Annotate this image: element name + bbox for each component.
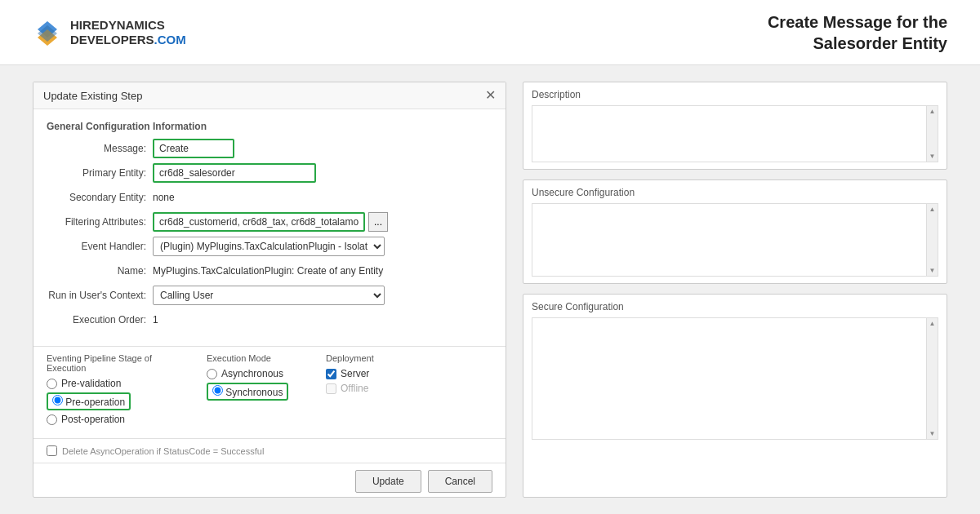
asynchronous-option: Asynchronous [207,368,313,379]
synchronous-highlight: Synchronous [207,383,288,401]
execution-order-row: Execution Order: 1 [47,310,492,330]
post-operation-label: Post-operation [61,414,125,425]
synchronous-radio[interactable] [212,385,223,396]
dialog-title-bar: Update Existing Step ✕ [33,82,506,109]
server-checkbox[interactable] [326,369,336,379]
event-handler-label: Event Handler: [47,241,153,252]
update-button[interactable]: Update [355,470,421,493]
filtering-attributes-input[interactable] [153,212,365,232]
synchronous-label: Synchronous [225,387,283,398]
offline-option: Offline [326,383,408,394]
dialog-title: Update Existing Step [43,90,142,102]
deployment-group: Deployment Server Offline [326,353,408,428]
secondary-entity-row: Secondary Entity: none [47,188,492,207]
close-button[interactable]: ✕ [485,89,496,102]
execution-mode-group: Execution Mode Asynchronous Synchronous [207,353,313,428]
asynchronous-radio[interactable] [207,369,217,379]
delete-checkbox[interactable] [47,445,57,456]
secure-scrollbar[interactable]: ▲ ▼ [926,318,938,439]
execution-mode-title: Execution Mode [207,353,313,363]
scroll-down-arrow[interactable]: ▼ [929,153,936,160]
secure-config-title: Secure Configuration [532,301,938,312]
description-title: Description [532,89,938,100]
secure-scroll-area: ▲ ▼ [532,317,938,440]
secure-config-box: Secure Configuration ▲ ▼ [523,294,947,498]
buttons-row: Update Cancel [33,463,506,499]
primary-entity-label: Primary Entity: [47,167,153,179]
description-box: Description ▲ ▼ [523,82,947,170]
name-value: MyPlugins.TaxCalculationPlugin: Create o… [153,265,383,277]
secure-scroll-up-arrow[interactable]: ▲ [929,320,936,327]
pipeline-section: Eventing Pipeline Stage of Execution Pre… [33,346,506,435]
filtering-attributes-row: Filtering Attributes: ... [47,212,492,232]
name-label: Name: [47,265,153,277]
logo-text: HIREDYNAMICS DEVELOPERS.COM [70,18,186,47]
logo-line1: HIREDYNAMICS [70,18,165,32]
header: HIREDYNAMICS DEVELOPERS.COM Create Messa… [0,0,980,65]
cancel-button[interactable]: Cancel [428,470,492,493]
server-option: Server [326,368,408,379]
secure-scroll-down-arrow[interactable]: ▼ [929,430,936,437]
unsecure-config-box: Unsecure Configuration ▲ ▼ [523,179,947,284]
delete-label: Delete AsyncOperation if StatusCode = Su… [62,446,264,456]
run-context-row: Run in User's Context: Calling User [47,286,492,305]
server-label: Server [341,368,369,379]
dialog-panel: Update Existing Step ✕ General Configura… [33,82,506,498]
post-operation-option: Post-operation [47,414,194,425]
pre-operation-option: Pre-operation [47,392,194,410]
offline-label: Offline [341,383,368,394]
page-title: Create Message for the Salesorder Entity [768,11,947,54]
right-panel: Description ▲ ▼ Unsecure Configuration ▲… [523,82,947,498]
filtering-attributes-container: ... [153,212,388,232]
message-row: Message: [47,139,492,158]
pipeline-stage-title: Eventing Pipeline Stage of Execution [47,353,194,373]
general-config-label: General Configuration Information [47,121,492,132]
asynchronous-label: Asynchronous [221,368,283,379]
unsecure-scroll-up-arrow[interactable]: ▲ [929,206,936,213]
unsecure-config-title: Unsecure Configuration [532,187,938,198]
form-area: General Configuration Information Messag… [33,109,506,343]
message-input[interactable] [153,139,234,158]
synchronous-option: Synchronous [207,383,313,401]
run-context-select[interactable]: Calling User [153,286,385,305]
offline-checkbox[interactable] [326,383,336,394]
pre-validation-label: Pre-validation [61,378,121,389]
message-label: Message: [47,143,153,154]
run-context-label: Run in User's Context: [47,290,153,301]
pre-validation-radio[interactable] [47,379,57,389]
event-handler-row: Event Handler: (Plugin) MyPlugins.TaxCal… [47,237,492,256]
execution-order-label: Execution Order: [47,314,153,326]
post-operation-radio[interactable] [47,414,57,425]
logo-line2: DEVELOPERS.COM [70,33,186,47]
description-scrollbar[interactable]: ▲ ▼ [926,106,938,162]
pre-validation-option: Pre-validation [47,378,194,389]
filtering-ellipsis-button[interactable]: ... [368,212,388,232]
pre-operation-label: Pre-operation [65,397,125,408]
main-content: Update Existing Step ✕ General Configura… [0,65,980,514]
pipeline-stage-group: Eventing Pipeline Stage of Execution Pre… [47,353,194,428]
unsecure-scrollbar[interactable]: ▲ ▼ [926,204,938,276]
scroll-up-arrow[interactable]: ▲ [929,108,936,115]
deployment-title: Deployment [326,353,408,363]
filtering-attributes-label: Filtering Attributes: [47,216,153,228]
logo-area: HIREDYNAMICS DEVELOPERS.COM [33,18,186,47]
pre-operation-radio[interactable] [52,395,63,405]
secondary-entity-value: none [153,192,175,203]
execution-order-value: 1 [153,314,158,326]
name-row: Name: MyPlugins.TaxCalculationPlugin: Cr… [47,261,492,281]
unsecure-scroll-area: ▲ ▼ [532,203,938,277]
secondary-entity-label: Secondary Entity: [47,192,153,203]
event-handler-select[interactable]: (Plugin) MyPlugins.TaxCalculationPlugin … [153,237,385,256]
description-scroll-area: ▲ ▼ [532,105,938,162]
primary-entity-input[interactable] [153,163,316,183]
logo-icon [33,18,62,47]
pre-operation-highlight: Pre-operation [47,392,131,410]
primary-entity-row: Primary Entity: [47,163,492,183]
unsecure-scroll-down-arrow[interactable]: ▼ [929,267,936,274]
delete-row: Delete AsyncOperation if StatusCode = Su… [33,438,506,463]
